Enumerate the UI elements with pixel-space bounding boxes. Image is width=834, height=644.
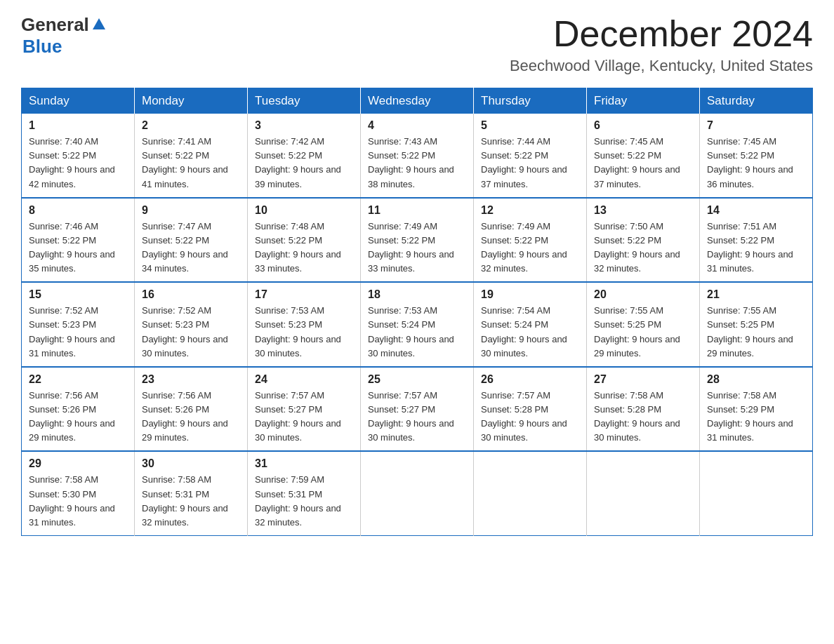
day-number: 10 xyxy=(255,204,353,217)
day-number: 26 xyxy=(481,373,579,386)
day-number: 28 xyxy=(707,373,805,386)
calendar-cell: 11 Sunrise: 7:49 AMSunset: 5:22 PMDaylig… xyxy=(361,198,474,283)
day-number: 7 xyxy=(707,119,805,132)
calendar-cell: 21 Sunrise: 7:55 AMSunset: 5:25 PMDaylig… xyxy=(700,282,813,367)
day-info: Sunrise: 7:41 AMSunset: 5:22 PMDaylight:… xyxy=(142,135,240,192)
calendar-cell: 26 Sunrise: 7:57 AMSunset: 5:28 PMDaylig… xyxy=(474,367,587,452)
day-info: Sunrise: 7:56 AMSunset: 5:26 PMDaylight:… xyxy=(142,389,240,445)
column-header-saturday: Saturday xyxy=(700,88,813,114)
calendar-cell xyxy=(361,451,474,535)
column-header-thursday: Thursday xyxy=(474,88,587,114)
day-number: 23 xyxy=(142,373,240,386)
day-info: Sunrise: 7:48 AMSunset: 5:22 PMDaylight:… xyxy=(255,220,353,276)
logo-text-general: General xyxy=(21,14,89,36)
day-info: Sunrise: 7:57 AMSunset: 5:28 PMDaylight:… xyxy=(481,389,579,445)
calendar-cell: 5 Sunrise: 7:44 AMSunset: 5:22 PMDayligh… xyxy=(474,114,587,198)
day-number: 12 xyxy=(481,204,579,217)
day-info: Sunrise: 7:45 AMSunset: 5:22 PMDaylight:… xyxy=(594,135,692,192)
day-number: 6 xyxy=(594,119,692,132)
day-number: 5 xyxy=(481,119,579,132)
day-info: Sunrise: 7:58 AMSunset: 5:29 PMDaylight:… xyxy=(707,389,805,445)
calendar-cell xyxy=(700,451,813,535)
day-info: Sunrise: 7:54 AMSunset: 5:24 PMDaylight:… xyxy=(481,304,579,361)
calendar-cell: 9 Sunrise: 7:47 AMSunset: 5:22 PMDayligh… xyxy=(135,198,248,283)
calendar-cell: 15 Sunrise: 7:52 AMSunset: 5:23 PMDaylig… xyxy=(22,282,135,367)
day-number: 31 xyxy=(255,457,353,470)
day-number: 30 xyxy=(142,457,240,470)
day-info: Sunrise: 7:58 AMSunset: 5:28 PMDaylight:… xyxy=(594,389,692,445)
day-info: Sunrise: 7:56 AMSunset: 5:26 PMDaylight:… xyxy=(29,389,127,445)
day-number: 13 xyxy=(594,204,692,217)
calendar-cell xyxy=(474,451,587,535)
svg-marker-0 xyxy=(93,18,105,29)
day-info: Sunrise: 7:57 AMSunset: 5:27 PMDaylight:… xyxy=(255,389,353,445)
calendar-cell: 2 Sunrise: 7:41 AMSunset: 5:22 PMDayligh… xyxy=(135,114,248,198)
calendar-cell: 31 Sunrise: 7:59 AMSunset: 5:31 PMDaylig… xyxy=(248,451,361,535)
calendar-subtitle: Beechwood Village, Kentucky, United Stat… xyxy=(510,57,813,75)
logo-triangle-icon xyxy=(91,15,107,31)
calendar-cell: 19 Sunrise: 7:54 AMSunset: 5:24 PMDaylig… xyxy=(474,282,587,367)
calendar-week-5: 29 Sunrise: 7:58 AMSunset: 5:30 PMDaylig… xyxy=(22,451,813,535)
calendar-cell: 22 Sunrise: 7:56 AMSunset: 5:26 PMDaylig… xyxy=(22,367,135,452)
calendar-cell: 12 Sunrise: 7:49 AMSunset: 5:22 PMDaylig… xyxy=(474,198,587,283)
calendar-week-4: 22 Sunrise: 7:56 AMSunset: 5:26 PMDaylig… xyxy=(22,367,813,452)
day-number: 9 xyxy=(142,204,240,217)
calendar-cell: 6 Sunrise: 7:45 AMSunset: 5:22 PMDayligh… xyxy=(587,114,700,198)
day-info: Sunrise: 7:52 AMSunset: 5:23 PMDaylight:… xyxy=(29,304,127,361)
day-number: 17 xyxy=(255,288,353,301)
day-info: Sunrise: 7:42 AMSunset: 5:22 PMDaylight:… xyxy=(255,135,353,192)
day-info: Sunrise: 7:49 AMSunset: 5:22 PMDaylight:… xyxy=(368,220,466,276)
column-header-friday: Friday xyxy=(587,88,700,114)
calendar-cell: 18 Sunrise: 7:53 AMSunset: 5:24 PMDaylig… xyxy=(361,282,474,367)
day-number: 29 xyxy=(29,457,127,470)
header: General Blue December 2024 Beechwood Vil… xyxy=(21,14,813,75)
day-info: Sunrise: 7:58 AMSunset: 5:30 PMDaylight:… xyxy=(29,473,127,530)
day-info: Sunrise: 7:58 AMSunset: 5:31 PMDaylight:… xyxy=(142,473,240,530)
day-number: 3 xyxy=(255,119,353,132)
calendar-table: SundayMondayTuesdayWednesdayThursdayFrid… xyxy=(21,88,813,536)
calendar-cell: 17 Sunrise: 7:53 AMSunset: 5:23 PMDaylig… xyxy=(248,282,361,367)
calendar-cell: 14 Sunrise: 7:51 AMSunset: 5:22 PMDaylig… xyxy=(700,198,813,283)
calendar-cell: 27 Sunrise: 7:58 AMSunset: 5:28 PMDaylig… xyxy=(587,367,700,452)
column-header-sunday: Sunday xyxy=(22,88,135,114)
calendar-cell: 24 Sunrise: 7:57 AMSunset: 5:27 PMDaylig… xyxy=(248,367,361,452)
day-info: Sunrise: 7:43 AMSunset: 5:22 PMDaylight:… xyxy=(368,135,466,192)
day-number: 27 xyxy=(594,373,692,386)
calendar-cell: 28 Sunrise: 7:58 AMSunset: 5:29 PMDaylig… xyxy=(700,367,813,452)
calendar-cell: 23 Sunrise: 7:56 AMSunset: 5:26 PMDaylig… xyxy=(135,367,248,452)
calendar-week-2: 8 Sunrise: 7:46 AMSunset: 5:22 PMDayligh… xyxy=(22,198,813,283)
calendar-week-3: 15 Sunrise: 7:52 AMSunset: 5:23 PMDaylig… xyxy=(22,282,813,367)
calendar-cell: 3 Sunrise: 7:42 AMSunset: 5:22 PMDayligh… xyxy=(248,114,361,198)
day-number: 21 xyxy=(707,288,805,301)
day-info: Sunrise: 7:53 AMSunset: 5:24 PMDaylight:… xyxy=(368,304,466,361)
day-info: Sunrise: 7:52 AMSunset: 5:23 PMDaylight:… xyxy=(142,304,240,361)
day-number: 22 xyxy=(29,373,127,386)
day-number: 19 xyxy=(481,288,579,301)
calendar-cell xyxy=(587,451,700,535)
calendar-title: December 2024 xyxy=(510,14,813,54)
day-info: Sunrise: 7:44 AMSunset: 5:22 PMDaylight:… xyxy=(481,135,579,192)
calendar-cell: 8 Sunrise: 7:46 AMSunset: 5:22 PMDayligh… xyxy=(22,198,135,283)
calendar-header-row: SundayMondayTuesdayWednesdayThursdayFrid… xyxy=(22,88,813,114)
day-number: 18 xyxy=(368,288,466,301)
calendar-cell: 10 Sunrise: 7:48 AMSunset: 5:22 PMDaylig… xyxy=(248,198,361,283)
day-number: 25 xyxy=(368,373,466,386)
calendar-cell: 4 Sunrise: 7:43 AMSunset: 5:22 PMDayligh… xyxy=(361,114,474,198)
day-info: Sunrise: 7:50 AMSunset: 5:22 PMDaylight:… xyxy=(594,220,692,276)
day-info: Sunrise: 7:46 AMSunset: 5:22 PMDaylight:… xyxy=(29,220,127,276)
day-number: 2 xyxy=(142,119,240,132)
logo: General Blue xyxy=(21,14,107,58)
day-info: Sunrise: 7:55 AMSunset: 5:25 PMDaylight:… xyxy=(707,304,805,361)
calendar-cell: 16 Sunrise: 7:52 AMSunset: 5:23 PMDaylig… xyxy=(135,282,248,367)
column-header-wednesday: Wednesday xyxy=(361,88,474,114)
day-info: Sunrise: 7:45 AMSunset: 5:22 PMDaylight:… xyxy=(707,135,805,192)
column-header-tuesday: Tuesday xyxy=(248,88,361,114)
day-number: 20 xyxy=(594,288,692,301)
day-number: 14 xyxy=(707,204,805,217)
day-number: 4 xyxy=(368,119,466,132)
day-info: Sunrise: 7:40 AMSunset: 5:22 PMDaylight:… xyxy=(29,135,127,192)
logo-text-blue: Blue xyxy=(22,36,62,58)
calendar-cell: 29 Sunrise: 7:58 AMSunset: 5:30 PMDaylig… xyxy=(22,451,135,535)
day-info: Sunrise: 7:59 AMSunset: 5:31 PMDaylight:… xyxy=(255,473,353,530)
day-info: Sunrise: 7:53 AMSunset: 5:23 PMDaylight:… xyxy=(255,304,353,361)
